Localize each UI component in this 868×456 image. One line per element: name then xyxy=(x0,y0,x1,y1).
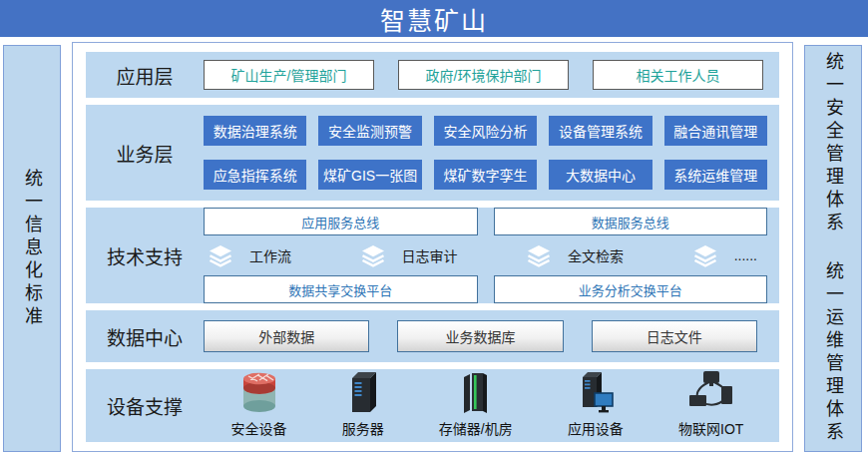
page-title: 智慧矿山 xyxy=(380,1,488,37)
middleware-row: 工作流 日志审计 全文检索 xyxy=(204,241,767,269)
left-rail-label: 统一信息化标准 xyxy=(23,169,41,329)
layer-business: 业务层 数据治理系统 安全监测预警 安全风险分析 设备管理系统 融合通讯管理 应… xyxy=(86,105,779,201)
layer-tech-support: 技术支持 应用服务总线 数据服务总线 工作流 xyxy=(86,208,779,303)
equipment-item: 应用设备 xyxy=(568,369,624,438)
right-rail-label-security: 统一安全管理体系 xyxy=(824,52,842,235)
business-item: 安全风险分析 xyxy=(434,116,537,146)
layer-application-content: 矿山生产/管理部门 政府/环境保护部门 相关工作人员 xyxy=(204,60,779,90)
service-bus: 数据服务总线 xyxy=(494,208,768,235)
application-item: 政府/环境保护部门 xyxy=(398,60,569,90)
data-store: 业务数据库 xyxy=(397,320,563,352)
right-rail-label-ops: 统一运维管理体系 xyxy=(824,261,842,445)
layer-tech-content: 应用服务总线 数据服务总线 工作流 日志审计 xyxy=(204,208,779,303)
middleware-label: 日志审计 xyxy=(402,245,458,265)
business-item: 安全监测预警 xyxy=(318,116,421,146)
equipment-item: 物联网IOT xyxy=(678,369,743,438)
middleware-item: ...... xyxy=(692,244,757,267)
layer-application-label: 应用层 xyxy=(86,62,204,89)
layer-application: 应用层 矿山生产/管理部门 政府/环境保护部门 相关工作人员 xyxy=(86,52,779,98)
equipment-item: 服务器 xyxy=(342,369,384,438)
middleware-item: 全文检索 xyxy=(526,244,624,267)
business-item: 数据治理系统 xyxy=(204,116,306,146)
server-icon xyxy=(343,369,383,415)
application-item: 相关工作人员 xyxy=(593,60,763,90)
layer-equipment: 设备支撑 安全设备 xyxy=(86,369,779,442)
right-rail: 统一安全管理体系 统一运维管理体系 xyxy=(804,45,862,452)
business-item: 设备管理系统 xyxy=(549,116,651,146)
equipment-item: 存储器/机房 xyxy=(439,369,513,438)
app-device-icon xyxy=(574,369,618,415)
business-item: 煤矿GIS一张图 xyxy=(318,160,421,190)
title-banner: 智慧矿山 xyxy=(0,0,868,37)
business-item: 应急指挥系统 xyxy=(204,160,306,190)
business-row: 数据治理系统 安全监测预警 安全风险分析 设备管理系统 融合通讯管理 xyxy=(204,116,767,146)
layer-tech-label: 技术支持 xyxy=(86,242,204,269)
equipment-caption: 应用设备 xyxy=(568,418,624,438)
firewall-icon xyxy=(236,369,282,415)
exchange-platform: 数据共享交换平台 xyxy=(204,275,478,303)
service-bus: 应用服务总线 xyxy=(204,208,478,235)
middleware-label: ...... xyxy=(734,247,757,263)
main-panel: 应用层 矿山生产/管理部门 政府/环境保护部门 相关工作人员 业务层 数据治理系… xyxy=(72,42,793,452)
equipment-caption: 安全设备 xyxy=(231,418,287,438)
layers-icon xyxy=(692,244,718,267)
middleware-label: 全文检索 xyxy=(568,245,624,265)
layer-business-content: 数据治理系统 安全监测预警 安全风险分析 设备管理系统 融合通讯管理 应急指挥系… xyxy=(204,116,779,190)
middleware-label: 工作流 xyxy=(249,245,291,265)
layer-data-label: 数据中心 xyxy=(86,323,204,350)
application-item: 矿山生产/管理部门 xyxy=(204,60,374,90)
business-row: 应急指挥系统 煤矿GIS一张图 煤矿数字孪生 大数据中心 系统运维管理 xyxy=(204,160,767,190)
smart-mine-architecture-diagram: 智慧矿山 统一信息化标准 应用层 矿山生产/管理部门 政府/环境保护部门 相关工… xyxy=(0,0,868,456)
business-item: 系统运维管理 xyxy=(664,160,767,190)
iot-icon xyxy=(687,369,735,415)
business-item: 融合通讯管理 xyxy=(664,116,767,146)
exchange-platform: 业务分析交换平台 xyxy=(494,275,768,303)
left-rail: 统一信息化标准 xyxy=(3,45,61,452)
business-item: 大数据中心 xyxy=(549,160,651,190)
middleware-item: 工作流 xyxy=(208,244,291,267)
equipment-item: 安全设备 xyxy=(231,369,287,438)
layer-business-label: 业务层 xyxy=(86,140,204,167)
service-bus-row: 应用服务总线 数据服务总线 xyxy=(204,208,767,235)
storage-icon xyxy=(456,369,496,415)
layer-data-content: 外部数据 业务数据库 日志文件 xyxy=(204,320,779,352)
equipment-caption: 服务器 xyxy=(342,418,384,438)
equipment-caption: 存储器/机房 xyxy=(439,418,513,438)
middleware-item: 日志审计 xyxy=(360,244,458,267)
layers-icon xyxy=(360,244,386,267)
business-item: 煤矿数字孪生 xyxy=(434,160,537,190)
platform-row: 数据共享交换平台 业务分析交换平台 xyxy=(204,275,767,303)
data-store: 外部数据 xyxy=(204,320,369,352)
layers-icon xyxy=(208,244,233,267)
layer-equipment-content: 安全设备 服务器 xyxy=(204,369,779,442)
layers-icon xyxy=(526,244,552,267)
data-store: 日志文件 xyxy=(592,320,757,352)
layer-equipment-label: 设备支撑 xyxy=(86,392,204,419)
layer-data-center: 数据中心 外部数据 业务数据库 日志文件 xyxy=(86,310,779,362)
equipment-caption: 物联网IOT xyxy=(678,418,743,438)
